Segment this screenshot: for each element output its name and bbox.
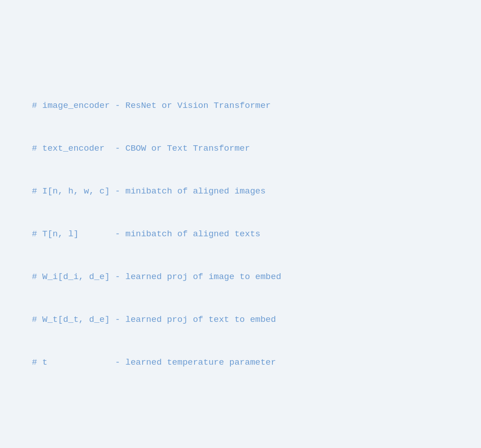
comment-Wi: # W_i[d_i, d_e] - learned proj of image … xyxy=(32,270,449,284)
comment-t: # t - learned temperature parameter xyxy=(32,356,449,370)
section-comments: # image_encoder - ResNet or Vision Trans… xyxy=(32,70,449,398)
code-block: # image_encoder - ResNet or Vision Trans… xyxy=(32,27,449,448)
comment-text-encoder: # text_encoder - CBOW or Text Transforme… xyxy=(32,142,449,156)
comment-I: # I[n, h, w, c] - minibatch of aligned i… xyxy=(32,184,449,199)
comment-T: # T[n, l] - minibatch of aligned texts xyxy=(32,227,449,241)
comment-Wt: # W_t[d_t, d_e] - learned proj of text t… xyxy=(32,313,449,327)
comment-image-encoder: # image_encoder - ResNet or Vision Trans… xyxy=(32,99,449,113)
code-container: # image_encoder - ResNet or Vision Trans… xyxy=(9,9,472,448)
